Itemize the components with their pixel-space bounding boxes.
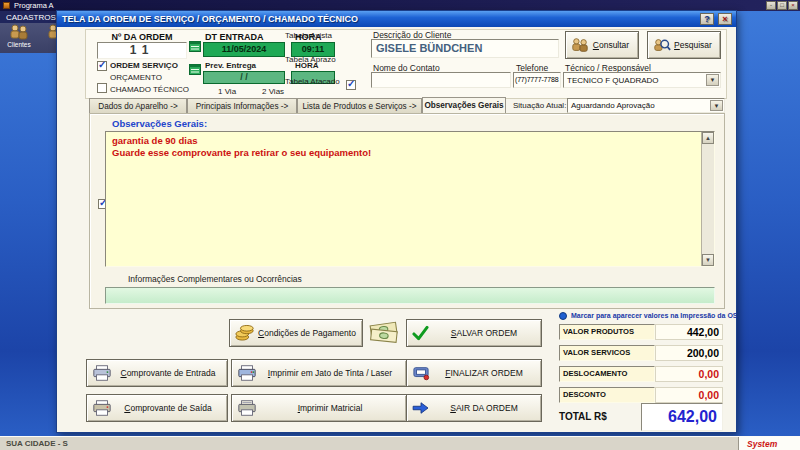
- coins-icon: [235, 325, 255, 342]
- statusbar-city: SUA CIDADE - S: [0, 439, 74, 448]
- matrix-printer-icon: [237, 400, 257, 417]
- window-title: TELA DA ORDEM DE SERVIÇO / ORÇAMENTO / C…: [62, 14, 358, 24]
- banknotes-icon: [368, 319, 400, 346]
- prev-entrega-label: Prev. Entrega: [205, 61, 256, 70]
- button-label: Imprimir Matricial: [298, 403, 363, 413]
- chevron-down-icon[interactable]: ▼: [710, 100, 723, 111]
- valor-produtos-label: VALOR PRODUTOS: [559, 324, 655, 340]
- descricao-cliente-field[interactable]: GISELE BÜNDCHEN: [371, 39, 559, 58]
- consultar-button[interactable]: Consultar: [565, 31, 639, 59]
- scroll-down-icon[interactable]: ▼: [702, 254, 714, 266]
- desconto-label: DESCONTO: [559, 387, 655, 403]
- observacoes-gerais-label: Observações Gerais:: [112, 118, 207, 129]
- consult-people-icon: [571, 38, 589, 53]
- clients-icon: [9, 24, 29, 41]
- button-label: SAIR DA ORDEM: [450, 403, 518, 413]
- valor-produtos-value: 442,00: [655, 324, 723, 340]
- telefone-field[interactable]: (77)7777-7788: [513, 72, 561, 88]
- dt-entrada-field[interactable]: 11/05/2024: [203, 42, 285, 57]
- close-icon[interactable]: ×: [718, 13, 732, 25]
- tab-principais-informacoes[interactable]: Principais Informações ->: [187, 98, 297, 113]
- order-number-field[interactable]: 11: [97, 42, 187, 59]
- tab-dados-aparelho[interactable]: Dados do Aparelho ->: [89, 98, 187, 113]
- total-label: TOTAL R$: [559, 411, 607, 422]
- menu-cadastros[interactable]: CADASTROS: [6, 13, 56, 22]
- check-icon: [412, 326, 429, 341]
- orcamento-label: ORÇAMENTO: [110, 73, 162, 82]
- app-icon: [3, 2, 10, 9]
- tab-observacoes-gerais[interactable]: Observações Gerais: [422, 97, 506, 113]
- toolbar-clientes-button[interactable]: Clientes: [2, 24, 36, 51]
- consultar-label: Consultar: [593, 40, 629, 50]
- button-label: FINALIZAR ORDEM: [445, 368, 522, 378]
- app-maximize-button[interactable]: □: [777, 1, 787, 10]
- valor-servicos-value: 200,00: [655, 345, 723, 361]
- valores-nota: Marcar para aparecer valores na Impressã…: [571, 312, 738, 319]
- button-label: SALVAR ORDEM: [451, 328, 517, 338]
- chevron-down-icon[interactable]: ▼: [706, 74, 719, 86]
- total-value: 642,00: [641, 403, 723, 431]
- comprovante-saida-button[interactable]: Comprovante de Saída: [86, 394, 228, 422]
- statusbar: SUA CIDADE - S System: [0, 436, 800, 450]
- tecnico-dropdown[interactable]: TECNICO F QUADRADO ▼: [563, 72, 721, 88]
- ordem-servico-label: ORDEM SERVIÇO: [110, 61, 178, 70]
- pesquisar-label: Pesquisar: [674, 40, 712, 50]
- sair-ordem-button[interactable]: SAIR DA ORDEM: [406, 394, 542, 422]
- app-close-button[interactable]: ×: [788, 1, 798, 10]
- via1-label: 1 Via: [218, 87, 236, 96]
- tabela-atacado-label: Tabela Atacado: [285, 77, 340, 86]
- situacao-atual-dropdown[interactable]: Aguardando Aprovação ▼: [567, 98, 725, 113]
- desconto-value: 0,00: [655, 387, 723, 403]
- help-button[interactable]: ?: [700, 13, 714, 25]
- calendar-icon: [189, 63, 201, 75]
- info-bullet-icon[interactable]: [559, 312, 567, 320]
- calendar-icon: [189, 40, 201, 52]
- finalize-icon: [412, 365, 430, 381]
- memo-scrollbar[interactable]: ▲ ▼: [701, 132, 714, 266]
- tabela-avista-checkbox[interactable]: [346, 80, 356, 90]
- tab-lista-produtos-servicos[interactable]: Lista de Produtos e Serviços ->: [297, 98, 422, 113]
- salvar-ordem-button[interactable]: SALVAR ORDEM: [406, 319, 542, 347]
- observacoes-textarea[interactable]: garantia de 90 dias Guarde esse comprova…: [105, 131, 715, 267]
- via2-label: 2 Vias: [262, 87, 284, 96]
- receipt-printer-icon: [92, 365, 112, 382]
- button-label: Comprovante de Saída: [124, 403, 211, 413]
- deslocamento-label: DESLOCAMENTO: [559, 366, 655, 382]
- deslocamento-value: 0,00: [655, 366, 723, 382]
- informacoes-complementares-label: Informações Complementares ou Ocorrência…: [128, 274, 302, 284]
- scroll-up-icon[interactable]: ▲: [702, 132, 714, 144]
- statusbar-brand: System: [738, 437, 800, 450]
- search-person-icon: [653, 38, 671, 53]
- dt-entrada-label: DT ENTRADA: [205, 32, 264, 42]
- service-order-window: TELA DA ORDEM DE SERVIÇO / ORÇAMENTO / C…: [56, 10, 737, 433]
- chamado-tecnico-label: CHAMADO TÉCNICO: [110, 85, 189, 94]
- tecnico-value: TECNICO F QUADRADO: [567, 73, 659, 87]
- comprovante-entrada-button[interactable]: Comprovante de Entrada: [86, 359, 228, 387]
- prev-entrega-field[interactable]: / /: [203, 71, 285, 84]
- orcamento-checkbox[interactable]: [97, 83, 107, 93]
- situacao-atual-value: Aguardando Aprovação: [571, 99, 655, 112]
- condicoes-pagamento-button[interactable]: Condições de Pagamento: [229, 319, 363, 347]
- valor-servicos-label: VALOR SERVICOS: [559, 345, 655, 361]
- window-titlebar[interactable]: TELA DA ORDEM DE SERVIÇO / ORÇAMENTO / C…: [57, 11, 736, 27]
- pesquisar-button[interactable]: Pesquisar: [647, 31, 721, 59]
- inkjet-printer-icon: [237, 365, 257, 382]
- finalizar-ordem-button[interactable]: FINALIZAR ORDEM: [406, 359, 542, 387]
- button-label: Comprovante de Entrada: [121, 368, 216, 378]
- ordem-servico-checkbox[interactable]: [97, 61, 107, 71]
- tabela-avista-label: Tabela Avista: [285, 31, 332, 40]
- imprimir-matricial-button[interactable]: Imprimir Matricial: [231, 394, 407, 422]
- button-label: Imprimir em Jato de Tinta / Laser: [268, 368, 392, 378]
- receipt-printer-icon: [92, 400, 112, 417]
- nome-contato-field[interactable]: [371, 72, 511, 88]
- complementares-field[interactable]: [105, 287, 715, 304]
- toolbar-clientes-label: Clientes: [7, 41, 30, 48]
- app-title: Programa A: [14, 1, 54, 10]
- situacao-atual-label: Situação Atual:: [513, 101, 566, 110]
- order-number-label: Nº DA ORDEM: [97, 32, 187, 42]
- app-minimize-button[interactable]: -: [766, 1, 776, 10]
- imprimir-jato-button[interactable]: Imprimir em Jato de Tinta / Laser: [231, 359, 407, 387]
- tabela-aprazo-label: Tabela Aprazo: [285, 55, 336, 64]
- button-label: Condições de Pagamento: [258, 328, 356, 338]
- exit-arrow-icon: [412, 401, 430, 415]
